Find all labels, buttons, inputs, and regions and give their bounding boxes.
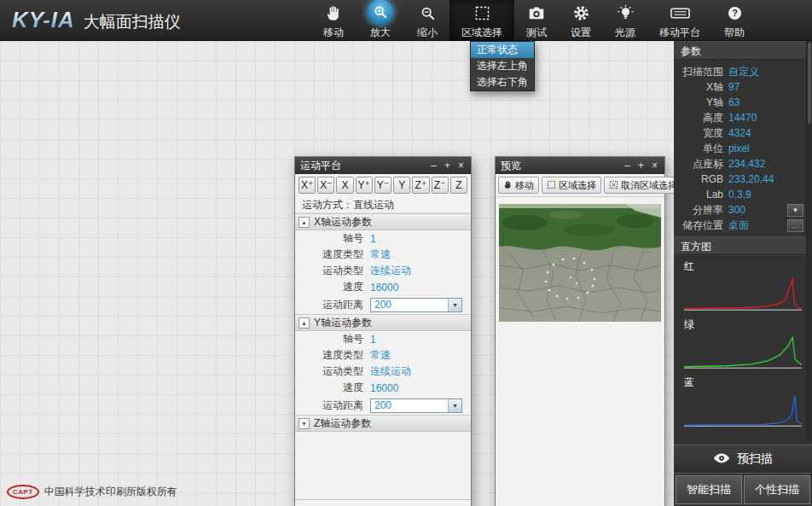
preview-image[interactable] [499, 204, 661, 322]
tool-label: 帮助 [724, 26, 745, 40]
param-row-storage: 储存位置 桌面 … [674, 218, 812, 233]
row-value[interactable]: 16000 [370, 282, 398, 294]
dropdown-arrow-icon[interactable]: ▼ [448, 399, 461, 412]
row-value[interactable]: 1 [370, 334, 376, 346]
menu-item-top-left[interactable]: 选择左上角 [471, 58, 534, 74]
maximize-icon[interactable]: + [443, 157, 452, 174]
y-axis-section-header[interactable]: ▲ Y轴运动参数 [295, 314, 471, 331]
z-button[interactable]: Z [450, 177, 467, 194]
maximize-icon[interactable]: + [636, 157, 646, 174]
x-plus-button[interactable]: X⁺ [299, 177, 316, 194]
cancel-region-icon [609, 180, 618, 191]
tool-label: 移动平台 [659, 26, 700, 40]
param-label: Lab [674, 189, 728, 201]
window-controls: – + × [429, 157, 466, 174]
workspace-canvas[interactable]: 运动平台 – + × X⁺ X⁻ X Y⁺ Y⁻ Y Z⁺ Z⁻ Z 运动方式：… [0, 41, 674, 506]
panel-empty-area [295, 432, 471, 499]
close-icon[interactable]: × [456, 157, 466, 174]
histogram-green: 绿 [674, 313, 812, 371]
row-value[interactable]: 常速 [370, 247, 391, 262]
app-brand: KY-IA 大幅面扫描仪 [0, 7, 181, 33]
menu-item-bottom-right[interactable]: 选择右下角 [471, 74, 534, 90]
menu-item-normal[interactable]: 正常状态 [471, 42, 534, 58]
collapse-icon[interactable]: ▼ [299, 418, 310, 429]
preview-region-select-button[interactable]: 区域选择 [542, 177, 601, 194]
tool-platform[interactable]: 移动平台 [647, 0, 712, 41]
preview-panel: 预览 – + × 移动 区域选择 [495, 156, 665, 506]
red-histogram-curve [684, 276, 802, 311]
x-button[interactable]: X [336, 177, 353, 194]
browse-button[interactable]: … [787, 219, 803, 232]
distance-combo[interactable]: 200 ▼ [370, 398, 462, 413]
param-value[interactable]: 4324 [728, 127, 751, 139]
custom-scan-button[interactable]: 个性扫描 [744, 475, 810, 504]
tool-move[interactable]: 移动 [311, 0, 356, 41]
param-value[interactable]: 300 [728, 204, 745, 216]
param-value[interactable]: 自定义 [728, 65, 759, 79]
x-axis-section-header[interactable]: ▲ X轴运动参数 [295, 213, 471, 230]
tool-label: 测试 [526, 26, 547, 40]
row-label: 速度 [295, 381, 370, 395]
scrollbar-thumb[interactable] [808, 43, 811, 124]
param-label: 点座标 [674, 157, 728, 172]
minimize-icon[interactable]: – [429, 157, 438, 174]
row-label: 运动类型 [295, 364, 370, 379]
z-axis-section-header[interactable]: ▼ Z轴运动参数 [295, 415, 471, 432]
resolution-dropdown-icon[interactable]: ▼ [787, 204, 803, 217]
y-button[interactable]: Y [393, 177, 410, 194]
tool-help[interactable]: ? 帮助 [712, 0, 757, 41]
prescan-button[interactable]: 预扫描 [674, 445, 812, 474]
tool-test[interactable]: 测试 [514, 0, 559, 41]
z-plus-button[interactable]: Z⁺ [412, 177, 429, 194]
app-logo: KY-IA [12, 7, 75, 33]
param-value: 0,3,9 [728, 189, 751, 201]
app-window: KY-IA 大幅面扫描仪 移动 放大 [0, 0, 812, 506]
params-header: 参数 [674, 41, 812, 60]
param-value[interactable]: 63 [728, 96, 740, 108]
row-value[interactable]: 16000 [370, 382, 398, 394]
smart-scan-button[interactable]: 智能扫描 [676, 475, 742, 504]
param-value[interactable]: 桌面 [728, 218, 749, 233]
param-label: X轴 [674, 80, 728, 95]
tool-zoom-in[interactable]: 放大 [356, 0, 405, 41]
preview-panel-titlebar[interactable]: 预览 – + × [496, 157, 664, 174]
collapse-icon[interactable]: ▲ [299, 217, 310, 228]
param-value[interactable]: 14470 [728, 112, 757, 124]
param-value[interactable]: pixel [728, 142, 750, 154]
preview-cancel-region-button[interactable]: 取消区域选择 [604, 177, 682, 194]
tool-light[interactable]: 光源 [603, 0, 647, 41]
tool-region-select[interactable]: 区域选择 正常状态 选择左上角 选择右下角 [450, 0, 514, 41]
capt-logo: CAPT [7, 485, 39, 499]
param-value: 233,20,44 [728, 173, 774, 185]
window-controls: – + × [623, 157, 659, 174]
combo-value[interactable]: 200 [371, 299, 448, 311]
row-value[interactable]: 1 [370, 233, 376, 245]
motion-mode-row: 运动方式：直线运动 [295, 196, 471, 213]
dropdown-arrow-icon[interactable]: ▼ [448, 299, 461, 311]
y-minus-button[interactable]: Y⁻ [374, 177, 392, 194]
row-value[interactable]: 连续运动 [370, 364, 411, 379]
tool-zoom-out[interactable]: 缩小 [405, 0, 450, 41]
minimize-icon[interactable]: – [623, 157, 632, 174]
param-row-x-axis: X轴 97 [674, 79, 812, 95]
tool-label: 光源 [615, 26, 635, 40]
close-icon[interactable]: × [650, 157, 659, 174]
combo-value[interactable]: 200 [371, 399, 448, 412]
row-value[interactable]: 连续运动 [370, 264, 411, 278]
y-plus-button[interactable]: Y⁺ [356, 177, 373, 194]
sidebar-scrollbar[interactable] [806, 41, 812, 442]
green-histogram-curve [684, 334, 802, 369]
param-value[interactable]: 97 [728, 81, 740, 93]
param-row-resolution: 分辨率 300 ▼ [674, 202, 812, 218]
motion-panel-titlebar[interactable]: 运动平台 – + × [295, 157, 471, 174]
tool-settings[interactable]: 设置 [559, 0, 603, 41]
z-minus-button[interactable]: Z⁻ [432, 177, 449, 194]
x-minus-button[interactable]: X⁻ [317, 177, 334, 194]
histogram-red: 红 [674, 255, 812, 313]
param-row-y-axis: Y轴 63 [674, 95, 812, 110]
row-value[interactable]: 常速 [370, 348, 391, 363]
preview-move-button[interactable]: 移动 [498, 177, 539, 194]
distance-combo[interactable]: 200 ▼ [370, 298, 462, 312]
collapse-icon[interactable]: ▲ [299, 317, 310, 329]
help-icon: ? [726, 2, 744, 25]
